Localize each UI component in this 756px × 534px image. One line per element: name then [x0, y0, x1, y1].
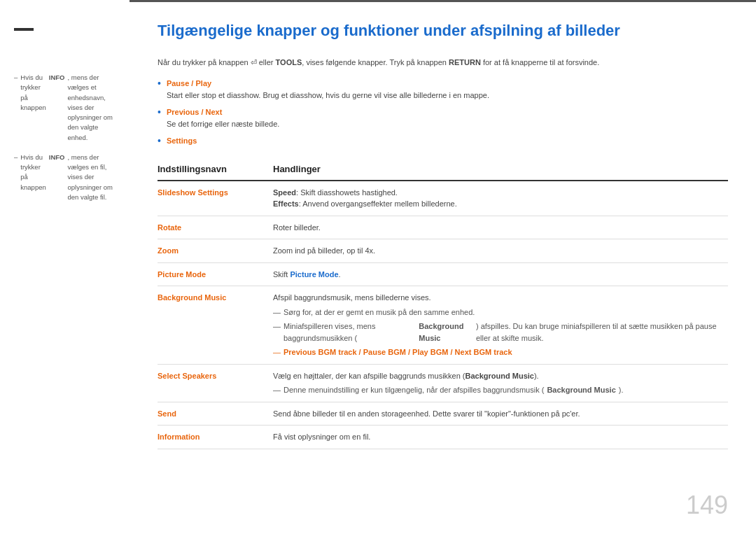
- picture-mode-link: Picture Mode: [290, 270, 338, 279]
- sidebar-accent: [14, 28, 34, 31]
- speakers-bgm-bold: Background Music: [465, 372, 534, 380]
- setting-picture-mode: Picture Mode: [158, 270, 206, 279]
- setting-select-speakers: Select Speakers: [158, 372, 216, 380]
- table-row-information: Information Få vist oplysninger om en fi…: [158, 426, 728, 449]
- header-actions: Handlinger: [273, 160, 728, 181]
- action-zoom: Zoom ind på billeder, op til 4x.: [273, 239, 728, 263]
- action-select-speakers: Vælg en højttaler, der kan afspille bagg…: [273, 364, 728, 402]
- sidebar: Hvis du trykker på knappen INFO, mens de…: [0, 0, 130, 534]
- bullet-previous-content: Previous / Next Se det forrige eller næs…: [167, 106, 279, 129]
- action-information: Få vist oplysninger om en fil.: [273, 426, 728, 449]
- bullet-previous: • Previous / Next Se det forrige eller n…: [158, 106, 728, 129]
- bullet-settings-label: Settings: [167, 136, 197, 145]
- dash-music-1: Sørg for, at der er gemt en musik på den…: [273, 307, 721, 318]
- header-setting-name: Indstillingsnavn: [158, 160, 273, 181]
- main-content: Tilgængelige knapper og funktioner under…: [130, 0, 756, 534]
- action-send: Send åbne billeder til en anden storagee…: [273, 402, 728, 426]
- sidebar-note-2: Hvis du trykker på knappen INFO, mens de…: [14, 153, 117, 202]
- bullet-pause: • Pause / Play Start eller stop et diass…: [158, 78, 728, 101]
- dash-music-2: Miniafspilleren vises, mens baggrundsmus…: [273, 321, 721, 344]
- setting-zoom: Zoom: [158, 246, 178, 255]
- action-rotate: Roter billeder.: [273, 216, 728, 239]
- table-row-send: Send Send åbne billeder til en anden sto…: [158, 402, 728, 426]
- bgm-track-labels: Previous BGM track / Pause BGM / Play BG…: [284, 346, 512, 358]
- table-row-slideshow: Slideshow Settings Speed: Skift diasshow…: [158, 181, 728, 216]
- prev-bgm: Previous BGM track: [284, 348, 357, 356]
- action-background-music: Afspil baggrundsmusik, mens billederne v…: [273, 286, 728, 365]
- bullet-settings-content: Settings: [167, 135, 197, 147]
- table-row-rotate: Rotate Roter billeder.: [158, 216, 728, 239]
- page-container: Hvis du trykker på knappen INFO, mens de…: [0, 0, 756, 534]
- setting-information: Information: [158, 433, 200, 441]
- page-title: Tilgængelige knapper og funktioner under…: [158, 21, 728, 41]
- intro-return: RETURN: [449, 58, 481, 66]
- bullet-dot-3: •: [158, 136, 161, 146]
- dash-music-3: Previous BGM track / Pause BGM / Play BG…: [273, 346, 721, 358]
- table-row-background-music: Background Music Afspil baggrundsmusik, …: [158, 286, 728, 365]
- speed-bold: Speed: [273, 188, 296, 197]
- bullet-pause-label: Pause / Play: [167, 79, 211, 87]
- table-row-picture-mode: Picture Mode Skift Picture Mode.: [158, 262, 728, 286]
- speakers-bgm-bold-2: Background Music: [547, 384, 615, 396]
- table-header-row: Indstillingsnavn Handlinger: [158, 160, 728, 181]
- bullet-dot-2: •: [158, 107, 161, 117]
- table-row-zoom: Zoom Zoom ind på billeder, op til 4x.: [158, 239, 728, 263]
- action-slideshow: Speed: Skift diasshowets hastighed. Effe…: [273, 181, 728, 216]
- bullet-pause-desc: Start eller stop et diasshow. Brug et di…: [167, 91, 489, 99]
- setting-send: Send: [158, 409, 176, 418]
- sidebar-note-1: Hvis du trykker på knappen INFO, mens de…: [14, 73, 117, 143]
- next-bgm: Next BGM track: [455, 348, 512, 356]
- bullet-pause-content: Pause / Play Start eller stop et diassho…: [167, 78, 489, 101]
- table-row-select-speakers: Select Speakers Vælg en højttaler, der k…: [158, 364, 728, 402]
- play-bgm: Play BGM: [412, 348, 448, 356]
- bullet-dot-1: •: [158, 78, 161, 88]
- bullet-previous-label: Previous / Next: [167, 108, 222, 116]
- settings-table: Indstillingsnavn Handlinger Slideshow Se…: [158, 160, 728, 449]
- intro-text: Når du trykker på knappen ⏎ eller TOOLS,…: [158, 57, 728, 69]
- bullet-settings: • Settings: [158, 135, 728, 147]
- sidebar-note-1-bold: INFO: [49, 73, 65, 143]
- pause-bgm: Pause BGM: [363, 348, 406, 356]
- bgm-bold-1: Background Music: [419, 321, 473, 344]
- intro-tools: TOOLS: [276, 58, 302, 66]
- setting-background-music: Background Music: [158, 293, 226, 302]
- dash-speakers-1: Denne menuindstilling er kun tilgængelig…: [273, 384, 721, 396]
- page-number: 149: [686, 491, 728, 520]
- action-picture-mode: Skift Picture Mode.: [273, 262, 728, 286]
- sidebar-note-2-bold: INFO: [49, 153, 65, 202]
- effects-bold: Effects: [273, 199, 299, 208]
- setting-rotate: Rotate: [158, 223, 181, 232]
- setting-slideshow: Slideshow Settings: [158, 188, 228, 197]
- bullet-previous-desc: Se det forrige eller næste billede.: [167, 120, 279, 128]
